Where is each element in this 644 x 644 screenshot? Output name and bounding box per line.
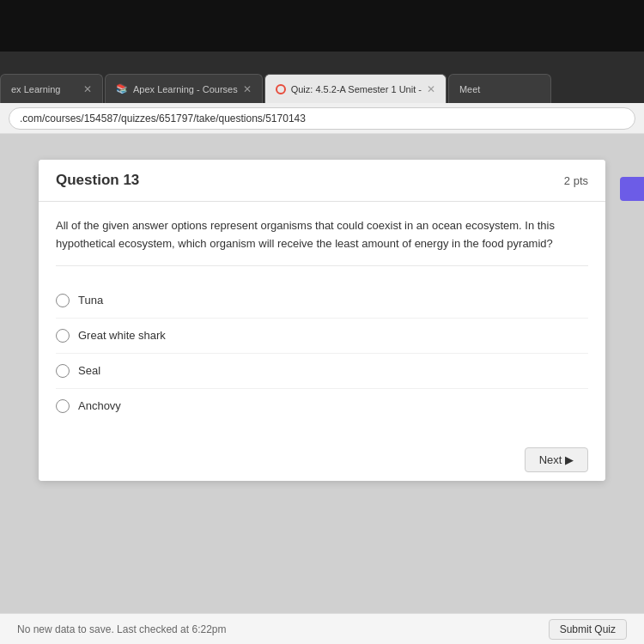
main-content: Question 13 2 pts All of the given answe… [0,134,644,644]
radio-great-white-shark[interactable] [56,329,70,343]
address-bar-row: .com/courses/154587/quizzes/651797/take/… [0,103,644,134]
question-title: Question 13 [56,172,139,189]
next-button[interactable]: Next ▶ [525,447,588,472]
option-label: Great white shark [78,329,166,342]
question-text: All of the given answer options represen… [56,217,588,266]
tab-apex-courses[interactable]: 📚 Apex Learning - Courses ✕ [105,74,263,103]
radio-anchovy[interactable] [56,399,70,413]
tab-label: Apex Learning - Courses [133,84,238,94]
card-header: Question 13 2 pts [39,160,605,202]
tab-meet[interactable]: Meet [448,74,551,103]
option-great-white-shark[interactable]: Great white shark [56,319,588,354]
option-tuna[interactable]: Tuna [56,283,588,319]
tab-label: Meet [459,84,480,94]
card-body: All of the given answer options represen… [39,202,605,439]
book-icon: 📚 [116,83,128,94]
option-seal[interactable]: Seal [56,354,588,389]
bottom-status-bar: No new data to save. Last checked at 6:2… [0,613,644,644]
browser-window: ex Learning ✕ 📚 Apex Learning - Courses … [0,0,644,644]
status-text: No new data to save. Last checked at 6:2… [17,623,226,635]
options-list: Tuna Great white shark Seal Anchovy [56,283,588,423]
url-text: .com/courses/154587/quizzes/651797/take/… [20,112,306,125]
radio-seal[interactable] [56,364,70,378]
quiz-icon [276,84,286,94]
option-label: Seal [78,364,100,377]
option-label: Anchovy [78,399,121,412]
option-label: Tuna [78,294,103,307]
pts-badge: 2 pts [564,174,588,187]
tab-quiz[interactable]: Quiz: 4.5.2-A Semester 1 Unit - ✕ [264,74,447,103]
submit-quiz-button[interactable]: Submit Quiz [549,619,627,640]
radio-tuna[interactable] [56,294,70,307]
tab-close-icon[interactable]: ✕ [427,83,435,95]
tabs-bar: ex Learning ✕ 📚 Apex Learning - Courses … [0,52,644,103]
tab-close-icon[interactable]: ✕ [243,83,252,95]
window-top-bar [0,0,644,52]
option-anchovy[interactable]: Anchovy [56,389,588,423]
address-bar[interactable]: .com/courses/154587/quizzes/651797/take/… [9,107,635,130]
sidebar-widget[interactable] [620,177,644,201]
tab-close-icon[interactable]: ✕ [83,83,92,95]
tab-ex-learning[interactable]: ex Learning ✕ [0,74,103,103]
card-footer: Next ▶ [39,439,605,481]
quiz-card: Question 13 2 pts All of the given answe… [39,160,605,481]
tab-label: Quiz: 4.5.2-A Semester 1 Unit - [291,84,422,94]
tab-label: ex Learning [11,84,61,94]
